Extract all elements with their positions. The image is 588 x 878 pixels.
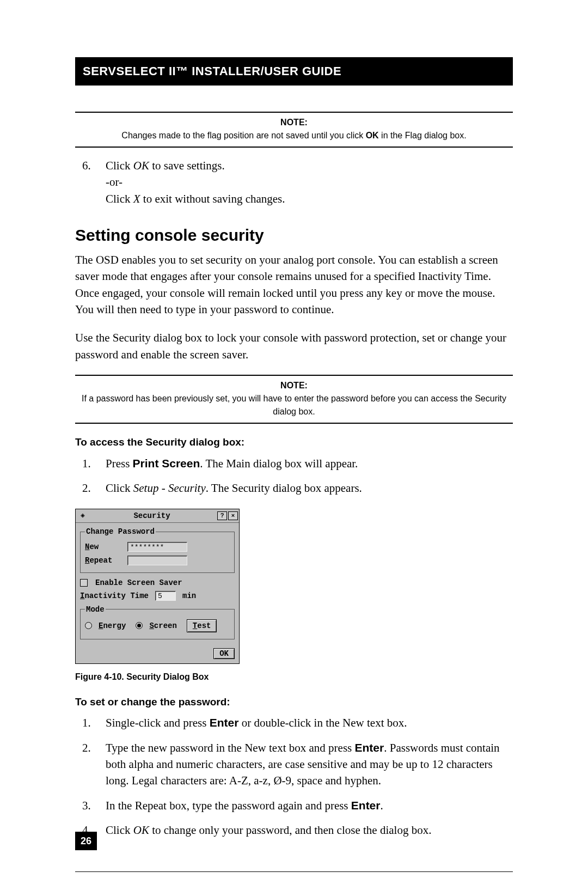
a1a: Press bbox=[106, 457, 133, 470]
pw-step-1: Single-click and press Enter or double-c… bbox=[94, 715, 513, 731]
step6-d: to exit without saving changes. bbox=[140, 192, 285, 205]
p1a: Single-click and press bbox=[106, 716, 210, 729]
page-header: SERVSELECT II™ INSTALLER/USER GUIDE bbox=[75, 57, 513, 86]
subhead-access: To access the Security dialog box: bbox=[75, 435, 513, 450]
a2it: Setup - Security bbox=[133, 481, 206, 495]
radio-screen[interactable] bbox=[136, 622, 143, 629]
repeat-password-input[interactable] bbox=[127, 556, 187, 565]
p2bold: Enter bbox=[355, 741, 384, 754]
note-1: NOTE: Changes made to the flag position … bbox=[75, 112, 513, 148]
inactivity-time-input[interactable]: 5 bbox=[155, 591, 176, 601]
p1bold: Enter bbox=[210, 716, 239, 729]
p4a: Click bbox=[106, 824, 133, 837]
dialog-title: Security bbox=[88, 510, 216, 521]
note-title: NOTE: bbox=[75, 116, 513, 129]
p4it: OK bbox=[133, 824, 149, 837]
step6-a: Click bbox=[106, 159, 133, 172]
subhead-set-password: To set or change the password: bbox=[75, 694, 513, 710]
new-password-input[interactable]: ******** bbox=[127, 542, 187, 552]
step6-it1: OK bbox=[133, 159, 149, 172]
a1b: . The Main dialog box will appear. bbox=[200, 457, 358, 470]
help-button[interactable]: ? bbox=[217, 511, 227, 520]
para-intro-1: The OSD enables you to set security on y… bbox=[75, 252, 513, 318]
step6-it2: X bbox=[133, 192, 140, 205]
dialog-titlebar: ◈ Security ? × bbox=[76, 509, 239, 523]
page-number: 26 bbox=[75, 832, 97, 850]
mode-group: Mode Energy Screen Test bbox=[80, 604, 235, 640]
note-1-body-a: Changes made to the flag position are no… bbox=[121, 131, 365, 140]
mode-legend: Mode bbox=[85, 604, 106, 615]
change-password-group: Change Password New ******** Repeat bbox=[80, 526, 235, 573]
label-new: New bbox=[85, 541, 123, 552]
note-1-bold: OK bbox=[366, 131, 379, 140]
p3b: . bbox=[380, 799, 383, 812]
step-list-flag: Click OK to save settings. -or- Click X … bbox=[75, 157, 513, 207]
ok-button[interactable]: OK bbox=[213, 648, 235, 659]
dialog-logo-icon: ◈ bbox=[78, 512, 88, 520]
access-steps: Press Print Screen. The Main dialog box … bbox=[75, 455, 513, 497]
step6-b: to save settings. bbox=[149, 159, 225, 172]
a1bold: Print Screen bbox=[133, 457, 200, 470]
close-button[interactable]: × bbox=[228, 511, 238, 520]
p1b: or double-click in the New text box. bbox=[238, 716, 407, 729]
para-intro-2: Use the Security dialog box to lock your… bbox=[75, 330, 513, 363]
pw-step-3: In the Repeat box, type the password aga… bbox=[94, 797, 513, 814]
access-step-2: Click Setup - Security. The Security dia… bbox=[94, 480, 513, 496]
p3bold: Enter bbox=[351, 799, 381, 812]
label-inactivity-time: Inactivity Time bbox=[80, 590, 151, 601]
note-2: NOTE: If a password has been previously … bbox=[75, 375, 513, 424]
enable-screen-saver-label: Enable Screen Saver bbox=[95, 577, 182, 588]
label-screen: Screen bbox=[149, 620, 176, 631]
label-energy: Energy bbox=[99, 620, 126, 631]
label-repeat: Repeat bbox=[85, 555, 123, 566]
enable-screen-saver-checkbox[interactable] bbox=[80, 579, 88, 587]
p4b: to change only your password, and then c… bbox=[149, 824, 431, 837]
note-2-title: NOTE: bbox=[75, 379, 513, 392]
note-1-body-b: in the Flag dialog box. bbox=[379, 131, 467, 140]
figure-caption: Figure 4-10. Security Dialog Box bbox=[75, 670, 513, 683]
pw-step-4: Click OK to change only your password, a… bbox=[94, 822, 513, 838]
security-dialog: ◈ Security ? × Change Password New *****… bbox=[75, 509, 240, 664]
access-step-1: Press Print Screen. The Main dialog box … bbox=[94, 455, 513, 472]
step6-c: Click bbox=[106, 192, 133, 205]
footer-rule bbox=[75, 871, 513, 872]
p3a: In the Repeat box, type the password aga… bbox=[106, 799, 351, 812]
password-steps: Single-click and press Enter or double-c… bbox=[75, 715, 513, 839]
security-dialog-figure: ◈ Security ? × Change Password New *****… bbox=[75, 509, 513, 664]
radio-energy[interactable] bbox=[85, 622, 92, 629]
inactivity-unit: min bbox=[182, 590, 196, 601]
a2a: Click bbox=[106, 481, 133, 495]
heading-setting-console-security: Setting console security bbox=[75, 223, 513, 247]
pw-step-2: Type the new password in the New text bo… bbox=[94, 740, 513, 789]
a2b: . The Security dialog box appears. bbox=[206, 481, 362, 495]
note-2-body: If a password has been previously set, y… bbox=[75, 392, 513, 418]
step6-or: -or- bbox=[106, 175, 122, 188]
p2a: Type the new password in the New text bo… bbox=[106, 741, 355, 754]
test-button[interactable]: Test bbox=[187, 619, 217, 632]
change-password-legend: Change Password bbox=[85, 526, 156, 537]
enable-screen-saver-row[interactable]: Enable Screen Saver bbox=[80, 577, 235, 588]
step-6: Click OK to save settings. -or- Click X … bbox=[94, 157, 513, 207]
